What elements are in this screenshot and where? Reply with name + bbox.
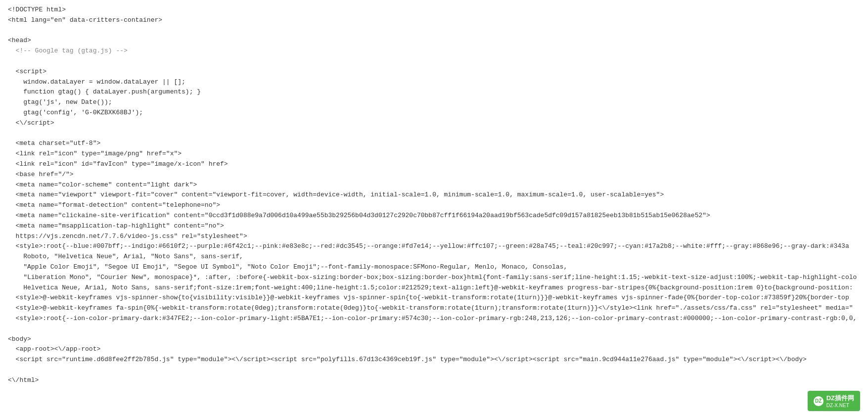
code-line: <style>@-webkit-keyframes vjs-spinner-sh… [8, 293, 860, 303]
code-line: <script src="runtime.d6d8fee2ff2b785d.js… [8, 355, 860, 365]
code-line: <\/script> [8, 118, 860, 129]
code-line: <script> [8, 67, 860, 77]
code-line: <meta name="format-detection" content="t… [8, 200, 860, 211]
watermark-text: DZ插件网 DZ-X.NET [826, 394, 854, 408]
code-line: <style>@-webkit-keyframes fa-spin{0%{-we… [8, 303, 860, 314]
code-line: <meta name="clickaine-site-verification"… [8, 211, 860, 221]
code-line: https://www.googletagmanager.com/gtag/js… [8, 56, 860, 67]
code-line: gtag('config', 'G-0KZBXK68BJ'); [8, 108, 860, 118]
code-line: <app-root><\/app-root> [8, 344, 860, 355]
watermark: DZ DZ插件网 DZ-X.NET [808, 391, 860, 411]
code-line: gtag('js', new Date()); [8, 97, 860, 108]
code-line: window.dataLayer = window.dataLayer || [… [8, 77, 860, 88]
code-line: <style>:root{--blue:#007bff;--indigo:#66… [8, 241, 860, 252]
code-line: https://vjs.zencdn.net/7.7.6/video-js.cs… [8, 232, 860, 242]
code-line: <base href="/"> [8, 170, 860, 180]
code-line: <html lang="en" data-critters-container> [8, 15, 860, 26]
code-line: <!DOCTYPE html> [8, 5, 860, 15]
code-line: <\/html> [8, 375, 860, 386]
code-line: <meta name="color-scheme" content="light… [8, 180, 860, 190]
code-lines: <!DOCTYPE html><html lang="en" data-crit… [8, 5, 860, 385]
watermark-logo: DZ [814, 396, 823, 406]
code-line: <link rel="icon" id="favIcon" type="imag… [8, 159, 860, 170]
code-line: Roboto, "Helvetica Neue", Arial, "Noto S… [8, 252, 860, 262]
code-line: "Liberation Mono", "Courier New", monosp… [8, 273, 860, 283]
code-line: <meta charset="utf-8"> [8, 139, 860, 149]
code-viewer: <!DOCTYPE html><html lang="en" data-crit… [0, 0, 868, 419]
code-line: Helvetica Neue, Arial, Noto Sans, sans-s… [8, 283, 860, 293]
code-line: function gtag() { dataLayer.push(argumen… [8, 87, 860, 97]
code-line: <head> [8, 36, 860, 46]
code-line: <!-- Google tag (gtag.js) --> [8, 46, 860, 56]
code-line: <body> [8, 334, 860, 345]
code-line: "Apple Color Emoji", "Segoe UI Emoji", "… [8, 262, 860, 273]
code-line: <meta name="viewport" viewport-fit="cove… [8, 190, 860, 200]
code-line: <link rel="icon" type="image/png" href="… [8, 149, 860, 159]
code-line: <style>:root{--ion-color-primary-dark:#3… [8, 314, 860, 324]
code-line: <meta name="msapplication-tap-highlight"… [8, 221, 860, 232]
